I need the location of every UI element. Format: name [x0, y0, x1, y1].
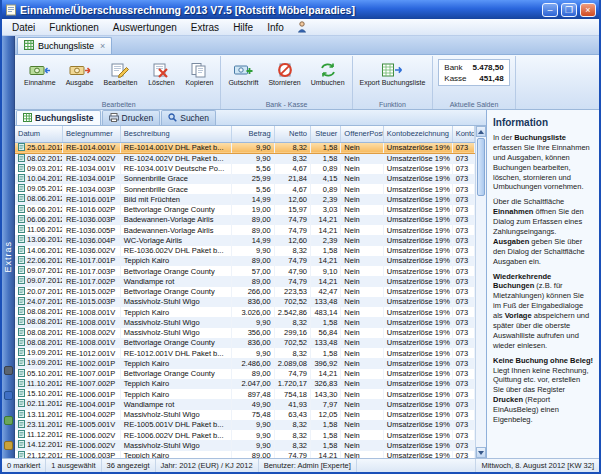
table-row[interactable]: 21.12.2012RE-1006.003PTeppich Kairo89,00…: [15, 451, 475, 459]
tab-close-icon[interactable]: ×: [98, 41, 105, 51]
table-row[interactable]: 22.06.2012RE-1017.001PTeppich Kairo89,00…: [15, 256, 475, 266]
table-row[interactable]: 08.02.2012RE-1024.002VRE-1024.002V DHL P…: [15, 153, 475, 164]
cell-konto: 073: [452, 328, 474, 338]
row-doc-icon: [18, 369, 25, 379]
extras-icon-2[interactable]: [4, 386, 13, 404]
table-row[interactable]: 06.06.2012RE-1036.003PBadewannen-Vorlage…: [15, 215, 475, 225]
cell-netto: 47,90: [274, 266, 310, 276]
cell-beschreibung: Bild mit Früchten: [120, 194, 231, 204]
toolbar-button-label: Umbuchen: [311, 79, 345, 86]
cell-offenerposten: Nein: [341, 358, 384, 368]
table-row[interactable]: 14.06.2012RE-1036.002VRE-1036.002V DHL P…: [15, 246, 475, 256]
cell-netto: 74,79: [274, 215, 310, 225]
minimize-button[interactable]: –: [542, 3, 558, 17]
table-row[interactable]: 25.01.2012RE-1014.001VRE-1014.001V DHL P…: [15, 142, 475, 153]
cell-belegnummer: RE-1036.003P: [63, 215, 121, 225]
table-row[interactable]: 20.07.2012RE-1015.002PBettvorlage Orange…: [15, 287, 475, 297]
bookings-table[interactable]: DatumBelegnummerBeschreibungBetragNettoS…: [15, 126, 475, 458]
scrollbar-thumb[interactable]: [477, 138, 485, 196]
toolbar-button-label: Export Buchungsliste: [360, 79, 426, 86]
cell-konto: 073: [452, 142, 474, 153]
scroll-up-icon[interactable]: [476, 126, 486, 137]
column-header-steuer[interactable]: Steuer: [311, 126, 341, 142]
scrollbar-track[interactable]: [476, 137, 486, 447]
table-row[interactable]: 10.04.2012RE-1034.001PSonnenbrille Grace…: [15, 174, 475, 184]
extras-icon-4[interactable]: [4, 436, 13, 454]
table-row[interactable]: 09.07.2012RE-1017.003PBettvorlage Orange…: [15, 266, 475, 276]
cell-steuer: 1,58: [311, 420, 341, 430]
cell-betrag: 19,00: [232, 205, 275, 215]
cell-steuer: 14,21: [311, 225, 341, 235]
toolbar-button-kopieren[interactable]: Kopieren: [181, 58, 217, 88]
window-body: Extras Buchungsliste × EinnahmeAusgabeBe…: [2, 36, 599, 458]
toolbar-button-gutschrift[interactable]: Gutschrift: [224, 58, 262, 88]
column-header-netto[interactable]: Netto: [274, 126, 310, 142]
table-row[interactable]: 11.06.2012RE-1036.005PBadewannen-Vorlage…: [15, 225, 475, 235]
table-row[interactable]: 14.12.2012RE-1006.002VMassivholz-Stuhl W…: [15, 440, 475, 450]
extras-icon-3[interactable]: [4, 411, 13, 429]
cell-betrag: 75,48: [232, 410, 275, 420]
view-tab-suchen[interactable]: Suchen: [161, 110, 216, 125]
table-row[interactable]: 24.07.2012RE-1015.003PMassivholz-Stuhl W…: [15, 297, 475, 307]
table-row[interactable]: 13.11.2012RE-1004.002PMassivholz-Stuhl W…: [15, 410, 475, 420]
column-header-belegnummer[interactable]: Belegnummer: [63, 126, 121, 142]
table-row[interactable]: 08.08.2012RE-1008.001VTeppich Kairo3.026…: [15, 307, 475, 317]
menu-auswertungen[interactable]: Auswertungen: [106, 21, 184, 34]
table-row[interactable]: 02.11.2012RE-1004.001PWandlampe rot49,90…: [15, 399, 475, 409]
menu-funktionen[interactable]: Funktionen: [42, 21, 105, 34]
menu-datei[interactable]: Datei: [5, 21, 42, 34]
column-header-offenerposten[interactable]: OffenerPosten: [341, 126, 384, 142]
view-tab-label: Drucken: [122, 113, 154, 123]
view-tab-buchungsliste[interactable]: Buchungsliste: [16, 110, 101, 125]
menu-extras[interactable]: Extras: [184, 21, 226, 34]
view-tab-drucken[interactable]: Drucken: [102, 110, 161, 125]
table-row[interactable]: 11.12.2012RE-1006.002VRE-1006.002V DHL P…: [15, 430, 475, 440]
vertical-scrollbar[interactable]: [475, 126, 486, 458]
toolbar-button-umbuchen[interactable]: Umbuchen: [307, 58, 349, 88]
menu-hilfe[interactable]: Hilfe: [226, 21, 260, 34]
toolbar-button-stornieren[interactable]: Stornieren: [264, 58, 304, 88]
extras-icon-1[interactable]: [4, 361, 13, 379]
cell-datum: 10.04.2012: [15, 174, 63, 184]
toolbar-button-label: Ausgabe: [66, 79, 94, 86]
cell-konto: 073: [452, 420, 474, 430]
table-row[interactable]: 06.06.2012RE-1016.002PBettvorlage Orange…: [15, 205, 475, 215]
column-header-kontobezeichnung[interactable]: Kontobezeichnung: [383, 126, 452, 142]
table-row[interactable]: 13.06.2012RE-1036.004PWC-Vorlage Airlis1…: [15, 235, 475, 245]
table-row[interactable]: 09.03.2012RE-1034.001VRE-1034.001V Deuts…: [15, 164, 475, 174]
cell-netto: 63,43: [274, 410, 310, 420]
table-row[interactable]: 08.08.2012RE-1008.001VBettvorlage Orange…: [15, 338, 475, 348]
cell-beschreibung: Badewannen-Vorlage Airlis: [120, 225, 231, 235]
cell-kontobezeichnung: Umsatzerlöse 19%: [383, 399, 452, 409]
column-header-betrag[interactable]: Betrag: [232, 126, 275, 142]
column-header-beschreibung[interactable]: Beschreibung: [120, 126, 231, 142]
toolbar-button-einnahme[interactable]: Einnahme: [20, 58, 60, 88]
maximize-button[interactable]: ❐: [561, 3, 577, 17]
scroll-down-icon[interactable]: [476, 447, 486, 458]
table-row[interactable]: 23.11.2012RE-1005.001VRE-1005.001V DHL P…: [15, 420, 475, 430]
assistant-icon[interactable]: [297, 21, 307, 33]
column-header-datum[interactable]: Datum: [15, 126, 63, 142]
table-row[interactable]: 15.10.2012RE-1006.001PTeppich Kairo897,4…: [15, 389, 475, 399]
menu-info[interactable]: Info: [260, 21, 291, 34]
table-row[interactable]: 11.10.2012RE-1007.002PTeppich Kairo2.047…: [15, 379, 475, 389]
cell-konto: 073: [452, 399, 474, 409]
table-row[interactable]: 08.08.2012RE-1008.001VMassivholz-Stuhl W…: [15, 317, 475, 327]
cell-beschreibung: Massivholz-Stuhl Wigo: [120, 410, 231, 420]
table-row[interactable]: 19.09.2012RE-1012.001VRE-1012.001V DHL P…: [15, 348, 475, 358]
toolbar-button-ausgabe[interactable]: Ausgabe: [62, 58, 98, 88]
close-button[interactable]: ×: [580, 3, 596, 17]
table-row[interactable]: 08.08.2012RE-1008.002VMassivholz-Stuhl W…: [15, 328, 475, 338]
tab-buchungsliste[interactable]: Buchungsliste ×: [17, 37, 112, 54]
toolbar-button-l-schen[interactable]: Löschen: [143, 58, 179, 88]
cell-konto: 073: [452, 348, 474, 358]
toolbar-button-bearbeiten[interactable]: Bearbeiten: [100, 58, 142, 88]
table-row[interactable]: 08.06.2012RE-1016.001PBild mit Früchten1…: [15, 194, 475, 204]
table-row[interactable]: 09.07.2012RE-1017.002PWandlampe rot89,00…: [15, 276, 475, 286]
table-row[interactable]: 09.05.2012RE-1034.003PSonnenbrille Grace…: [15, 184, 475, 194]
extras-sidebar[interactable]: Extras: [2, 36, 15, 458]
toolbar-button-export-buchungsliste[interactable]: Export Buchungsliste: [356, 58, 430, 88]
column-header-konto[interactable]: Konto: [452, 126, 474, 142]
table-row[interactable]: 19.09.2012RE-1002.001PTeppich Kairo2.486…: [15, 358, 475, 368]
table-row[interactable]: 05.10.2012RE-1007.001PBettvorlage Orange…: [15, 369, 475, 379]
